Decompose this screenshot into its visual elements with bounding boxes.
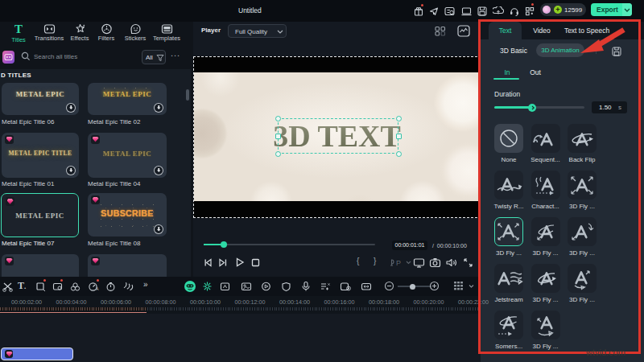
svg-text:A: A [96, 286, 99, 291]
svg-text:P: P [396, 259, 401, 267]
